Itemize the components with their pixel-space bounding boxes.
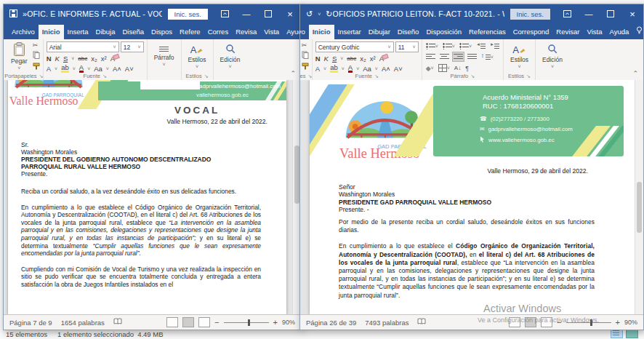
font-color-icon[interactable]: A <box>79 65 84 73</box>
borders-icon[interactable]: ˅ <box>438 63 451 73</box>
tab-diseña[interactable]: Diseña <box>118 25 148 39</box>
zoom-level[interactable]: 90% <box>282 319 295 326</box>
read-mode-icon[interactable] <box>166 317 178 327</box>
document-page[interactable]: GAD PARROQUIAL Valle Hermoso Acuerdo Min… <box>310 80 635 315</box>
page-indicator[interactable]: Página 26 de 39 <box>306 319 356 327</box>
paragraph-group-button[interactable]: Párrafo ˅ <box>150 41 178 71</box>
numbering-icon[interactable]: ˅ <box>442 41 456 50</box>
ribbon-display-options-icon[interactable] <box>556 4 578 23</box>
save-icon[interactable] <box>9 9 17 19</box>
tab-inicio[interactable]: Inicio <box>39 25 64 39</box>
minimize-button[interactable]: — <box>236 4 257 23</box>
zoom-out-button[interactable]: − <box>557 318 561 327</box>
tab-revisa[interactable]: Revisa <box>232 25 260 39</box>
vertical-scrollbar[interactable] <box>635 80 643 315</box>
sign-in-button[interactable]: Inic. ses. <box>168 9 209 20</box>
clear-formatting-icon[interactable]: A <box>110 55 115 63</box>
highlight-color-icon[interactable]: ab <box>61 65 69 73</box>
align-right-icon[interactable] <box>453 52 464 61</box>
clear-formatting-icon[interactable]: A <box>379 55 384 63</box>
bold-button[interactable]: N <box>315 55 321 63</box>
collapse-ribbon-icon[interactable]: ⌃ <box>632 70 638 77</box>
change-case-icon[interactable]: Aa <box>363 65 371 73</box>
tab-referencias[interactable]: Referencias <box>465 25 510 39</box>
zoom-in-button[interactable]: + <box>273 318 278 327</box>
font-size-select[interactable]: 11˅ <box>395 41 419 52</box>
sort-icon[interactable]: A↓ <box>454 64 462 72</box>
zoom-slider[interactable] <box>224 322 269 323</box>
tab-vista[interactable]: Vista <box>260 25 283 39</box>
tab-correspond[interactable]: Correspond <box>510 25 553 39</box>
underline-button[interactable]: S <box>63 55 68 63</box>
close-button[interactable]: × <box>621 4 643 23</box>
text-effects-icon[interactable]: A <box>47 65 51 73</box>
tab-inserta[interactable]: Inserta <box>64 25 92 39</box>
print-layout-icon[interactable] <box>182 317 194 327</box>
word-count[interactable]: 1654 palabras <box>61 319 105 327</box>
change-case-icon[interactable]: Aa <box>94 65 102 73</box>
justify-icon[interactable] <box>467 52 478 61</box>
print-layout-icon[interactable] <box>525 317 536 327</box>
pilcrow-icon[interactable]: ¶ <box>464 64 470 73</box>
zoom-level[interactable]: 90% <box>624 319 637 326</box>
redo-icon[interactable]: ↻ <box>326 10 332 18</box>
decrease-indent-icon[interactable] <box>475 41 486 50</box>
bullets-icon[interactable]: ˅ <box>425 41 439 50</box>
styles-button[interactable]: A Estilos ˅ <box>185 41 210 71</box>
tab-diseño[interactable]: Diseño <box>394 25 423 39</box>
page-indicator[interactable]: Página 7 de 9 <box>9 319 52 327</box>
strikethrough-button[interactable]: abc <box>347 55 356 62</box>
strikethrough-button[interactable]: abc <box>78 55 87 62</box>
tab-inicio[interactable]: Inicio <box>309 25 334 39</box>
bold-button[interactable]: N <box>47 55 52 63</box>
web-layout-icon[interactable] <box>541 317 552 327</box>
font-name-select[interactable]: Century Gothic˅ <box>315 41 394 52</box>
dialog-launcher-icon[interactable]: ↘ <box>102 73 107 79</box>
italic-button[interactable]: K <box>55 55 60 63</box>
editing-button[interactable]: Edición ˅ <box>217 41 244 71</box>
tab-ayuda[interactable]: Ayuda <box>605 25 632 39</box>
tab-dibuja[interactable]: Dibuja <box>92 25 119 39</box>
highlight-color-icon[interactable]: ab <box>330 65 338 73</box>
align-left-icon[interactable] <box>425 52 436 61</box>
tab-dispos[interactable]: Dispos <box>148 25 176 39</box>
font-size-select[interactable]: 12˅ <box>121 41 144 52</box>
tab-archivo[interactable]: Archivo <box>8 25 39 39</box>
cut-icon[interactable]: ✂ <box>33 42 40 49</box>
close-button[interactable]: × <box>279 4 301 23</box>
grow-font-icon[interactable]: A˄ <box>113 65 121 73</box>
proofing-icon[interactable] <box>417 318 426 327</box>
copy-icon[interactable] <box>33 51 40 60</box>
read-mode-icon[interactable] <box>509 317 520 327</box>
format-painter-icon[interactable] <box>33 63 40 71</box>
tab-dibujar[interactable]: Dibujar <box>365 25 394 39</box>
dialog-launcher-icon[interactable]: ↘ <box>308 73 313 79</box>
minimize-button[interactable]: — <box>578 4 600 23</box>
grow-font-icon[interactable]: A˄ <box>382 65 390 73</box>
increase-indent-icon[interactable] <box>489 41 500 50</box>
shrink-font-icon[interactable]: A˅ <box>125 65 134 73</box>
font-name-select[interactable]: Arial˅ <box>47 41 119 52</box>
text-effects-icon[interactable]: A <box>315 65 320 73</box>
tab-vista[interactable]: Vista <box>584 25 606 39</box>
undo-icon[interactable]: ↺ <box>306 10 313 18</box>
font-color-icon[interactable]: A <box>348 65 353 73</box>
dialog-launcher-icon[interactable]: ↘ <box>204 73 209 79</box>
italic-button[interactable]: K <box>324 55 329 63</box>
subscript-button[interactable]: x₂ <box>360 55 366 63</box>
shading-icon[interactable]: ◆˅ <box>425 64 435 73</box>
tab-ayuda[interactable]: Ayuda <box>283 25 301 39</box>
title-bar[interactable]: » OFIC. E INFORMES F. ACTUAL - VOCALES -… <box>4 4 301 23</box>
web-layout-icon[interactable] <box>198 317 210 327</box>
tab-disposición[interactable]: Disposición <box>422 25 465 39</box>
underline-button[interactable]: S <box>332 55 337 63</box>
word-count[interactable]: 7493 palabras <box>365 319 408 327</box>
tab-insertar[interactable]: Insertar <box>334 25 365 39</box>
shrink-font-icon[interactable]: A˅ <box>394 65 403 73</box>
editing-button[interactable]: Edición ˅ <box>539 41 566 71</box>
superscript-button[interactable]: x² <box>370 55 376 63</box>
copy-icon[interactable] <box>302 51 309 60</box>
dialog-launcher-icon[interactable]: ↘ <box>374 73 379 79</box>
tab-refere[interactable]: Refere <box>176 25 204 39</box>
tell-me-item[interactable]: ¿Qué des <box>632 23 643 39</box>
